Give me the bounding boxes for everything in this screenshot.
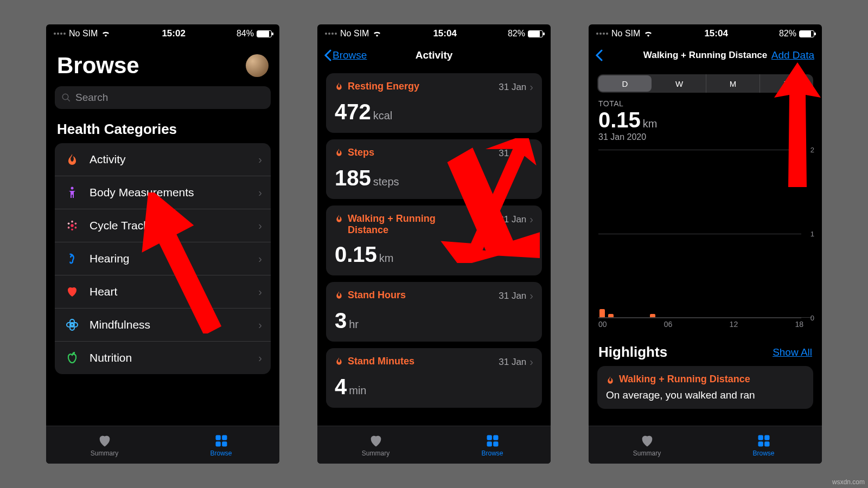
category-label: Activity xyxy=(90,153,258,166)
show-all-link[interactable]: Show All xyxy=(773,346,812,358)
heart-icon xyxy=(97,433,112,448)
category-label: Mindfulness xyxy=(90,318,258,331)
activity-cards: Resting Energy 31 Jan › 472 kcal Steps 3… xyxy=(317,68,551,408)
chart-x-labels: 00061218 xyxy=(589,318,822,329)
svg-rect-27 xyxy=(758,435,763,440)
status-bar: No SIM 15:02 84% xyxy=(46,24,279,43)
svg-point-3 xyxy=(71,224,74,227)
tab-browse[interactable]: Browse xyxy=(434,426,551,464)
svg-rect-16 xyxy=(222,435,227,440)
flame-icon xyxy=(62,153,82,166)
signal-icon xyxy=(54,33,66,35)
nav-title: Activity xyxy=(416,49,453,61)
chevron-right-icon: › xyxy=(258,319,262,331)
card-unit: steps xyxy=(373,176,399,188)
grid-icon xyxy=(485,433,500,448)
svg-rect-30 xyxy=(764,441,769,446)
total-date: 31 Jan 2020 xyxy=(598,132,812,142)
activity-card[interactable]: Walking + Running Distance 31 Jan › 0.15… xyxy=(326,206,542,275)
chevron-right-icon: › xyxy=(529,213,533,226)
x-tick: 06 xyxy=(664,320,673,329)
category-nutrition[interactable]: Nutrition › xyxy=(55,342,271,374)
card-value: 0.15 xyxy=(335,242,377,267)
tab-summary[interactable]: Summary xyxy=(589,426,705,464)
card-date: 31 Jan xyxy=(499,214,526,225)
card-value: 3 xyxy=(335,309,347,333)
highlight-card-title-row: Walking + Running Distance xyxy=(606,374,805,385)
add-data-button[interactable]: Add Data xyxy=(771,49,814,61)
chevron-left-icon xyxy=(324,49,331,61)
activity-card[interactable]: Stand Hours 31 Jan › 3 hr xyxy=(326,282,542,342)
status-left: No SIM xyxy=(54,29,111,38)
battery-icon xyxy=(528,30,543,37)
segment-d[interactable]: D xyxy=(598,75,652,92)
highlight-card[interactable]: Walking + Running Distance On average, y… xyxy=(597,366,813,409)
signal-icon xyxy=(596,33,608,35)
segment-y[interactable]: Y xyxy=(760,74,813,93)
status-time: 15:02 xyxy=(162,28,185,39)
card-title: Stand Hours xyxy=(335,290,406,301)
battery-icon xyxy=(257,30,272,37)
category-heart[interactable]: Heart › xyxy=(55,275,271,309)
status-time: 15:04 xyxy=(433,28,456,39)
activity-card[interactable]: Stand Minutes 31 Jan › 4 min xyxy=(326,348,542,408)
back-button[interactable]: Browse xyxy=(324,49,367,61)
back-button[interactable] xyxy=(595,49,603,61)
card-title: Steps xyxy=(335,147,374,158)
highlight-card-title: Walking + Running Distance xyxy=(619,374,750,385)
profile-avatar[interactable] xyxy=(246,54,269,77)
card-unit: min xyxy=(349,384,366,397)
tab-label: Summary xyxy=(633,450,661,457)
segment-w[interactable]: W xyxy=(653,74,706,93)
tab-summary[interactable]: Summary xyxy=(46,426,163,464)
phone-browse: No SIM 15:02 84% Browse Search Health Ca… xyxy=(46,24,279,464)
card-title: Walking + Running Distance xyxy=(335,213,476,236)
chevron-right-icon: › xyxy=(258,187,262,199)
tab-browse[interactable]: Browse xyxy=(163,426,279,464)
cycle-icon xyxy=(62,220,82,232)
page-title: Browse xyxy=(57,53,139,79)
tab-label: Browse xyxy=(752,450,774,457)
svg-rect-18 xyxy=(222,441,227,446)
card-value: 4 xyxy=(335,375,347,399)
grid-icon xyxy=(756,433,771,448)
carrier-label: No SIM xyxy=(611,29,640,38)
status-bar: No SIM 15:04 82% xyxy=(589,24,822,43)
category-hearing[interactable]: Hearing › xyxy=(55,242,271,275)
highlights-header: Highlights Show All xyxy=(589,329,822,366)
ear-icon xyxy=(62,252,82,265)
category-body[interactable]: Body Measurements › xyxy=(55,176,271,209)
card-unit: km xyxy=(379,252,394,265)
svg-point-2 xyxy=(71,187,74,190)
tab-label: Summary xyxy=(91,450,118,457)
chevron-right-icon: › xyxy=(529,356,533,368)
back-label: Browse xyxy=(333,49,367,61)
svg-rect-28 xyxy=(764,435,769,440)
signal-icon xyxy=(325,33,337,35)
chevron-right-icon: › xyxy=(258,352,262,364)
heart-icon xyxy=(368,433,384,448)
category-label: Body Measurements xyxy=(90,186,258,199)
activity-card[interactable]: Steps 31 Jan › 185 steps xyxy=(326,139,542,199)
activity-card[interactable]: Resting Energy 31 Jan › 472 kcal xyxy=(326,73,542,133)
category-cycle[interactable]: Cycle Tracking › xyxy=(55,209,271,242)
page-title-row: Browse xyxy=(46,43,279,84)
status-time: 15:04 xyxy=(704,28,727,39)
tab-label: Browse xyxy=(210,450,232,457)
segment-m[interactable]: M xyxy=(706,74,760,93)
battery-percent: 82% xyxy=(508,29,525,38)
total-value: 0.15 xyxy=(598,108,641,132)
chevron-right-icon: › xyxy=(258,286,262,298)
status-bar: No SIM 15:04 82% xyxy=(317,24,551,43)
tab-bar: Summary Browse xyxy=(46,426,279,464)
tab-browse[interactable]: Browse xyxy=(705,426,822,464)
tab-bar: Summary Browse xyxy=(317,426,551,464)
category-activity[interactable]: Activity › xyxy=(55,143,271,176)
card-date: 31 Jan xyxy=(499,82,526,93)
search-input[interactable]: Search xyxy=(55,86,271,109)
tab-summary[interactable]: Summary xyxy=(317,426,434,464)
nav-title: Walking + Running Distance xyxy=(643,50,767,61)
category-mindfulness[interactable]: Mindfulness › xyxy=(55,309,271,342)
chevron-left-icon xyxy=(595,49,603,61)
chevron-right-icon: › xyxy=(529,147,533,159)
